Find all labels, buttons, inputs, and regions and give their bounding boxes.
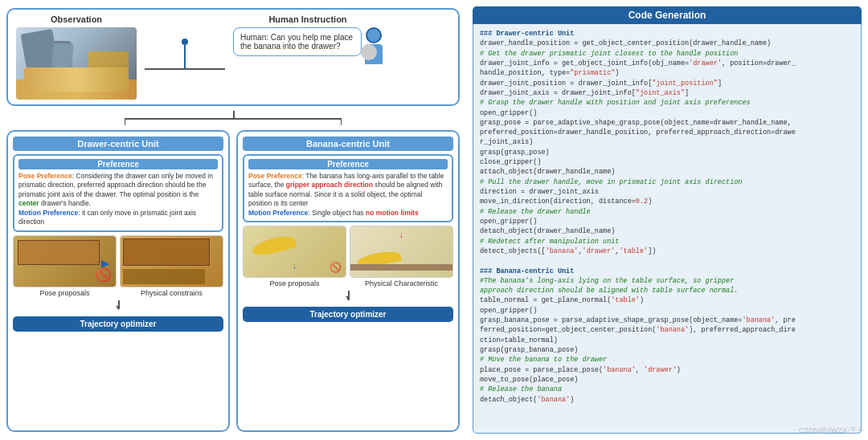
split-row: Drawer-centric Unit Preference Pose Pref… [6, 130, 460, 432]
code-line-33: move_to_pose(place_pose) [480, 375, 854, 385]
code-line-29: ction=table_normal) [480, 336, 854, 345]
code-section-drawer: ### Drawer-centric Unit [480, 29, 854, 39]
observation-box: Observation [16, 14, 137, 100]
code-line-6: drawer_joint_axis = drawer_joint_info["j… [480, 88, 854, 98]
drawer-constraint-item: ←→ Physical constrains [120, 235, 223, 297]
observation-image [16, 27, 137, 100]
code-line-5: drawer_joint_position = drawer_joint_inf… [480, 79, 854, 88]
banana-pose-label: Pose proposals [269, 279, 319, 287]
code-line-22: detect_objects(['banana','drawer','table… [480, 246, 854, 256]
banana-pose-image: ↓ 🚫 [243, 226, 346, 278]
code-line-23: #The banana's long-axis lying on the tab… [480, 276, 854, 286]
banana-pose-item: ↓ 🚫 Pose proposals [243, 226, 346, 287]
code-line-17: move_in_direction(direction, distance=0.… [480, 197, 854, 206]
code-line-32: place_pose = parse_place_pose('banana', … [480, 365, 854, 375]
drawer-motion-label: Motion Preference [18, 209, 78, 217]
code-line-12: grasp(grasp_pose) [480, 148, 854, 157]
code-line-14: attach_object(drawer_handle_name) [480, 167, 854, 177]
code-line-24: approach direction should be aligned wit… [480, 286, 854, 295]
code-line-10: preferred_position=drawer_handle_positio… [480, 128, 854, 137]
split-connector [6, 111, 460, 125]
drawer-constraint-label: Physical constrains [141, 289, 203, 297]
banana-bottom-connector [243, 291, 453, 302]
banana-characteristic-label: Physical Characteristic [365, 279, 438, 287]
drawer-preference-box: Preference Pose Preference: Considering … [13, 154, 223, 232]
banana-characteristic-item: ↓ Physical Characteristic [350, 226, 453, 287]
code-line-20: detach_object(drawer_handle_name) [480, 226, 854, 236]
drawer-traj-box: Trajectory optimizer [13, 316, 223, 332]
right-panel: Code Generation ### Drawer-centric Unit … [466, 0, 868, 440]
drawer-bottom-connector [13, 300, 223, 312]
drawer-constraint-image: ←→ [120, 235, 223, 287]
code-line-19: open_gripper() [480, 217, 854, 226]
code-line-4: handle_position, type="prismatic") [480, 68, 854, 78]
watermark: CSDN@AWZA-王子 [799, 426, 864, 436]
drawer-unit: Drawer-centric Unit Preference Pose Pref… [6, 130, 230, 432]
code-line-1: drawer_handle_position = get_object_cent… [480, 39, 854, 48]
code-generation-header: Code Generation [473, 6, 862, 24]
code-line-2: # Get the drawer prismatic joint closest… [480, 49, 854, 59]
code-line-9: grasp_pose = parse_adaptive_shape_grasp_… [480, 118, 854, 128]
top-connector-dot [145, 14, 225, 70]
top-row: Observation Human Instruction [6, 8, 460, 106]
banana-pose-label: Pose Preference [248, 172, 302, 180]
code-line-16: direction = drawer_joint_axis [480, 187, 854, 197]
code-line-28: ferred_position=get_object_center_positi… [480, 325, 854, 335]
code-line-21: # Redetect after manipulation unit [480, 237, 854, 246]
code-line-27: grasp_banana_pose = parse_adaptive_shape… [480, 316, 854, 325]
banana-pref-text: Pose Preference: The banana has long-axi… [248, 172, 448, 218]
code-line-26: open_gripper() [480, 306, 854, 316]
banana-pref-title: Preference [248, 159, 448, 169]
human-instruction-bubble: Human: Can you help me place the banana … [233, 27, 362, 56]
code-line-31: # Move the banana to the drawer [480, 355, 854, 365]
human-instruction-box: Human Instruction Human: Can you help me… [233, 14, 383, 64]
drawer-pref-title: Preference [18, 159, 218, 169]
code-line-3: drawer_joint_info = get_object_joint_inf… [480, 59, 854, 68]
banana-images-row: ↓ 🚫 Pose proposals [243, 226, 453, 287]
drawer-images-row: 🚫 Pose proposals [13, 235, 223, 297]
code-line-13: close_gripper() [480, 157, 854, 167]
drawer-pose-label: Pose Preference [18, 172, 72, 180]
banana-unit: Banana-centric Unit Preference Pose Pref… [236, 130, 460, 432]
code-spacer [480, 256, 854, 266]
drawer-pose-item: 🚫 Pose proposals [13, 235, 117, 297]
left-panel: Observation Human Instruction [0, 0, 466, 440]
observation-label: Observation [51, 14, 102, 24]
code-body: ### Drawer-centric Unit drawer_handle_po… [473, 24, 862, 434]
banana-preference-box: Preference Pose Preference: The banana h… [243, 154, 453, 222]
code-line-34: # Release the banana [480, 385, 854, 394]
code-line-35: detach_object('banana') [480, 395, 854, 405]
drawer-pose-label: Pose proposals [39, 289, 89, 297]
code-line-8: open_gripper() [480, 108, 854, 118]
banana-characteristic-image: ↓ [350, 226, 453, 278]
code-section-banana: ### Banana-centric Unit [480, 267, 854, 276]
code-line-7: # Grasp the drawer handle with position … [480, 98, 854, 108]
drawer-pose-image: 🚫 [13, 235, 117, 287]
code-line-30: grasp(grasp_banana_pose) [480, 345, 854, 355]
banana-traj-box: Trajectory optimizer [243, 307, 453, 322]
drawer-pref-text: Pose Preference: Considering the drawer … [18, 172, 218, 227]
drawer-unit-title: Drawer-centric Unit [13, 136, 223, 151]
hi-text: Human: Can you help me place the banana … [240, 33, 353, 51]
code-line-11: r_joint_axis) [480, 137, 854, 147]
banana-unit-title: Banana-centric Unit [243, 136, 453, 151]
code-line-25: table_normal = get_plane_normal('table') [480, 295, 854, 305]
code-line-15: # Pull the drawer handle, move in prisma… [480, 177, 854, 187]
human-instruction-label: Human Instruction [268, 14, 346, 24]
banana-motion-label: Motion Preference [248, 209, 308, 217]
code-line-18: # Release the drawer handle [480, 207, 854, 217]
